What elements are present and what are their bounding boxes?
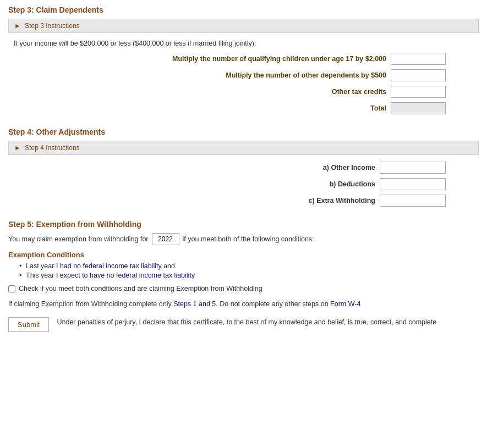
step4-section: Step 4: Other Adjustments ► Step 4 Instr… [8,128,479,207]
other-income-input[interactable] [380,162,446,174]
other-dependents-label: Multiply the number of other dependents … [226,71,386,79]
deductions-input[interactable] [380,178,446,190]
step4-instructions-link[interactable]: Step 4 Instructions [25,144,79,152]
step3-instructions-bar[interactable]: ► Step 3 Instructions [8,19,479,33]
total-label: Total [370,104,386,112]
extra-withholding-input[interactable] [380,195,446,207]
exemption-checkbox-label: Check if you meet both conditions and ar… [19,285,262,292]
extra-withholding-label: c) Extra Withholding [309,197,375,204]
step4-arrow-icon: ► [14,144,21,152]
extra-withholding-row: c) Extra Withholding [8,195,479,207]
perjury-text: Under penalties of perjury, I declare th… [57,317,479,328]
steps-link[interactable]: Steps 1 and 5 [173,300,216,308]
step3-title: Step 3: Claim Dependents [8,5,479,14]
step3-instructions-link[interactable]: Step 3 Instructions [25,22,79,30]
submit-button[interactable]: Submit [8,317,49,332]
condition-item-1: Last year I had no federal income tax li… [19,262,479,270]
submit-row: Submit Under penalties of perjury, I dec… [8,317,479,332]
other-dependents-input[interactable] [391,69,446,81]
conditions-list: Last year I had no federal income tax li… [19,262,479,279]
exemption-conditions-title: Exemption Conditions [8,251,479,259]
children-label: Multiply the number of qualifying childr… [172,55,386,63]
other-tax-credits-input[interactable] [391,86,446,98]
other-income-row: a) Other Income [8,162,479,174]
exemption-checkbox[interactable] [8,285,15,292]
step5-note-suffix: if you meet both of the following condit… [183,235,314,243]
children-row: Multiply the number of qualifying childr… [8,53,479,65]
condition1-link[interactable]: I had no federal income tax liability [56,262,162,270]
other-tax-credits-label: Other tax credits [332,88,386,96]
step4-title: Step 4: Other Adjustments [8,128,479,136]
exemption-warning: If claiming Exemption from Withholding c… [8,299,479,309]
other-income-label: a) Other Income [323,164,375,172]
step3-arrow-icon: ► [14,22,21,30]
children-input[interactable] [391,53,446,65]
other-tax-credits-row: Other tax credits [8,86,479,98]
total-input [391,102,446,114]
year-input[interactable] [152,233,179,245]
step3-section: Step 3: Claim Dependents ► Step 3 Instru… [8,5,479,114]
step5-note: You may claim exemption from withholding… [8,233,479,245]
condition2-link[interactable]: I expect to have no federal income tax l… [56,272,195,279]
step4-instructions-bar[interactable]: ► Step 4 Instructions [8,141,479,155]
deductions-label: b) Deductions [330,180,375,188]
exemption-checkbox-row: Check if you meet both conditions and ar… [8,285,479,292]
step5-note-prefix: You may claim exemption from withholding… [8,235,149,243]
step3-income-note: If your income will be $200,000 or less … [8,40,479,47]
deductions-row: b) Deductions [8,178,479,190]
condition-item-2: This year I expect to have no federal in… [19,272,479,279]
other-dependents-row: Multiply the number of other dependents … [8,69,479,81]
total-row: Total [8,102,479,114]
form-w4-link[interactable]: Form W-4 [330,300,360,308]
step5-title: Step 5: Exemption from Withholding [8,220,479,229]
step5-section: Step 5: Exemption from Withholding You m… [8,220,479,332]
